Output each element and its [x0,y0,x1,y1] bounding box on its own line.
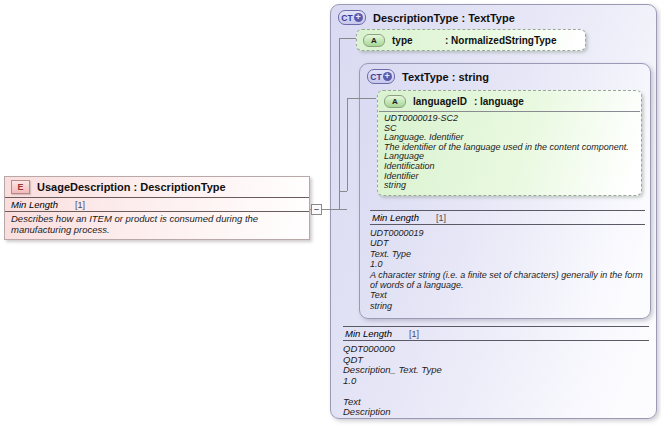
descriptiontype-header: CT + DescriptionType : TextType [331,5,656,30]
languageid-documentation: UDT0000019-SC2 SC Language. Identifier T… [378,112,641,195]
element-documentation: Describes how an ITEM or product is cons… [5,212,309,237]
facet-label: Min Length [11,199,58,210]
attribute-icon: A [384,95,406,108]
complextype-icon-label: CT [341,13,352,23]
descriptiontype-title: DescriptionType : TextType [373,12,515,24]
element-header: E UsageDescription : DescriptionType [5,177,309,197]
attribute-type-type: : NormalizedStringType [445,35,557,46]
descriptiontype-documentation: QDT000000 QDT Description_ Text. Type 1.… [343,344,648,418]
collapse-toggle[interactable]: − [311,204,322,215]
facet-cardinality: [1] [436,213,446,223]
connector-spine-outer [339,38,340,209]
element-title: UsageDescription : DescriptionType [37,181,226,193]
attribute-type-name: type [392,35,438,46]
facet-label: Min Length [372,212,419,223]
attribute-languageid-type: : language [474,96,524,107]
element-usagedescription-box[interactable]: E UsageDescription : DescriptionType Min… [4,176,310,240]
complextype-descriptiontype-box[interactable]: CT + DescriptionType : TextType A type :… [330,4,657,419]
facet-cardinality: [1] [75,200,85,210]
attribute-type-box[interactable]: A type : NormalizedStringType [356,29,586,51]
complextype-icon-label: CT [370,72,381,82]
plus-icon: + [383,72,392,81]
texttype-title: TextType : string [402,71,489,83]
facet-cardinality: [1] [409,329,419,339]
languageid-header: A languageID : language [378,91,641,111]
texttype-facet-row: Min Length [1] [370,210,645,225]
texttype-header: CT + TextType : string [360,64,650,89]
attribute-icon: A [363,34,385,47]
texttype-documentation: UDT0000019 UDT Text. Type 1.0 A characte… [370,228,644,311]
complextype-icon: CT + [367,69,395,84]
connector-jog [339,191,347,192]
connector-stub-languageid-attribute [347,98,376,99]
complextype-texttype-box[interactable]: CT + TextType : string A languageID : la… [359,63,651,319]
plus-icon: + [354,13,363,22]
descriptiontype-facet-row: Min Length [1] [343,326,649,341]
facet-label: Min Length [345,328,392,339]
connector-stub-type-attribute [339,38,356,39]
element-facet-row: Min Length [1] [5,197,309,212]
complextype-icon: CT + [338,10,366,25]
attribute-languageid-box[interactable]: A languageID : language UDT0000019-SC2 S… [377,90,642,196]
schema-diagram: E UsageDescription : DescriptionType Min… [0,0,661,425]
attribute-languageid-name: languageID [413,96,467,107]
connector-spine-inner [347,98,348,191]
element-icon: E [11,180,30,194]
